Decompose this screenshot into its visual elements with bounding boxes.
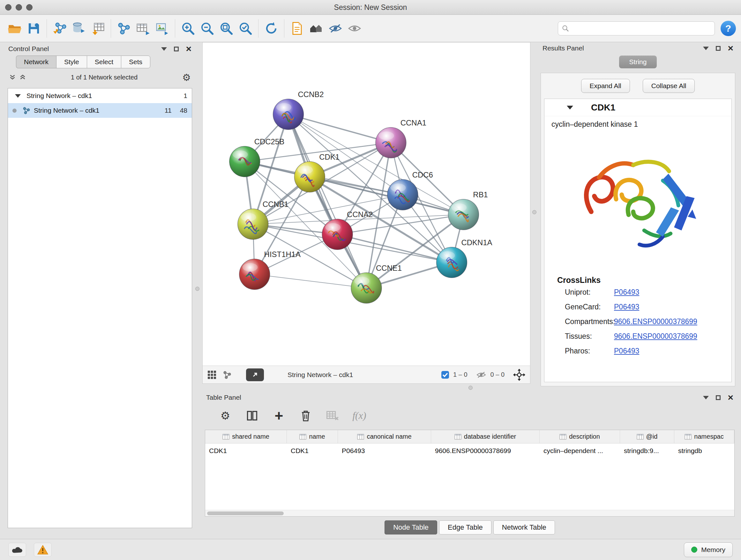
protein-description: cyclin–dependent kinase 1 (544, 116, 731, 129)
search-input[interactable] (571, 24, 711, 32)
crosslink-link[interactable]: P06493 (614, 347, 639, 355)
column-header[interactable]: description (540, 430, 620, 443)
crosslink-label: Tissues: (544, 332, 614, 341)
horizontal-scrollbar[interactable] (205, 510, 734, 516)
delete-table-button[interactable] (324, 408, 341, 424)
column-header[interactable]: @id (620, 430, 674, 443)
columns-icon (246, 409, 259, 422)
horizontal-splitter-handle[interactable] (468, 386, 473, 390)
expand-all-icon[interactable] (19, 74, 26, 81)
zoom-fit-button[interactable] (217, 18, 236, 39)
crosslink-link[interactable]: 9606.ENSP00000378699 (614, 317, 697, 326)
warning-button[interactable] (34, 543, 52, 557)
collapse-all-button[interactable]: Collapse All (643, 79, 695, 93)
panel-close-icon[interactable]: × (728, 393, 733, 402)
document-button[interactable] (287, 18, 307, 39)
tab-style[interactable]: Style (56, 56, 87, 68)
column-header[interactable]: shared name (205, 430, 287, 443)
window-minimize-button[interactable] (16, 4, 22, 10)
column-header[interactable]: canonical name (338, 430, 431, 443)
protein-card-header[interactable]: CDK1 (544, 99, 731, 116)
gear-icon[interactable]: ⚙ (182, 72, 191, 83)
collapse-all-icon[interactable] (9, 74, 16, 81)
disclosure-triangle-icon[interactable] (15, 94, 21, 98)
save-session-button[interactable] (24, 18, 44, 39)
zoom-selected-button[interactable] (236, 18, 255, 39)
function-builder-button[interactable]: f(x) (351, 408, 367, 424)
first-neighbors-button[interactable] (307, 18, 326, 39)
new-network-button[interactable] (114, 18, 133, 39)
selected-checkbox-icon[interactable] (441, 371, 449, 379)
network-icon (117, 21, 131, 36)
import-network-database-button[interactable] (69, 18, 88, 39)
hidden-eye-slash-icon[interactable] (476, 371, 487, 379)
network-collection-row[interactable]: String Network – cdk1 1 (8, 88, 192, 103)
network-title: String Network – cdk1 (287, 371, 353, 379)
houses-icon (309, 21, 324, 36)
zoom-out-button[interactable] (198, 18, 217, 39)
export-table-button[interactable] (133, 18, 152, 39)
panel-menu-icon[interactable] (703, 47, 709, 50)
vertical-splitter-handle[interactable] (532, 210, 536, 214)
tab-network[interactable]: Network (16, 56, 56, 68)
crosslink-link[interactable]: P06493 (614, 288, 639, 297)
string-tab[interactable]: String (619, 56, 657, 68)
zoom-in-button[interactable] (179, 18, 198, 39)
panel-menu-icon[interactable] (703, 396, 709, 399)
column-header[interactable]: namespac (674, 430, 734, 443)
window-zoom-button[interactable] (26, 4, 32, 10)
tab-sets[interactable]: Sets (121, 56, 150, 68)
collapse-triangle-icon[interactable] (567, 106, 573, 110)
node-count: 11 (165, 107, 172, 114)
tab-network-table[interactable]: Network Table (493, 520, 555, 535)
tab-node-table[interactable]: Node Table (385, 520, 437, 535)
import-table-button[interactable] (88, 18, 108, 39)
protein-structure-image (569, 137, 706, 265)
eye-slash-icon (328, 21, 343, 36)
add-column-button[interactable]: + (271, 408, 287, 424)
window-close-button[interactable] (5, 4, 11, 10)
open-in-new-button[interactable] (246, 368, 264, 381)
export-image-button[interactable] (152, 18, 172, 39)
cloud-button[interactable] (8, 543, 26, 557)
network-canvas[interactable]: CCNB2CCNA1CDC25BCDK1CDC6RB1CCNB1CCNA2CDK… (203, 43, 530, 366)
vertical-splitter-handle[interactable] (195, 287, 199, 291)
show-all-button[interactable] (345, 18, 364, 39)
tab-select[interactable]: Select (87, 56, 121, 68)
column-header[interactable]: name (287, 430, 338, 443)
tab-edge-table[interactable]: Edge Table (439, 520, 491, 535)
network-row-selected[interactable]: String Network – cdk1 11 48 (8, 103, 192, 118)
panel-float-icon[interactable] (716, 395, 721, 400)
panel-menu-icon[interactable] (161, 47, 167, 51)
zoom-in-icon (181, 21, 195, 36)
open-session-button[interactable] (5, 18, 24, 39)
crosslink-link[interactable]: P06493 (614, 303, 639, 311)
table-delete-icon (326, 409, 340, 422)
show-columns-button[interactable] (244, 408, 260, 424)
panel-close-icon[interactable]: × (728, 44, 733, 53)
main-toolbar: ? (0, 15, 741, 42)
control-panel: Control Panel × Network Style Select Set… (4, 43, 195, 537)
hide-selected-button[interactable] (326, 18, 345, 39)
search-box[interactable] (558, 21, 715, 36)
move-crosshair-icon[interactable] (513, 368, 526, 381)
column-header[interactable]: database identifier (431, 430, 540, 443)
memory-button[interactable]: Memory (684, 543, 733, 557)
panel-float-icon[interactable] (174, 47, 179, 51)
scrollbar-thumb[interactable] (207, 511, 284, 515)
refresh-view-button[interactable] (262, 18, 281, 39)
network-view-icon[interactable] (222, 370, 232, 380)
delete-column-button[interactable] (297, 408, 314, 424)
expand-all-button[interactable]: Expand All (581, 79, 630, 93)
help-button[interactable]: ? (721, 21, 736, 36)
table-settings-gear-icon[interactable]: ⚙ (217, 408, 233, 424)
import-network-file-button[interactable] (50, 18, 69, 39)
table-row[interactable]: CDK1 CDK1 P06493 9606.ENSP00000378699 cy… (205, 443, 734, 458)
crosslink-link[interactable]: 9606.ENSP00000378699 (614, 332, 697, 341)
panel-close-icon[interactable]: × (186, 44, 192, 54)
panel-float-icon[interactable] (716, 46, 721, 51)
toolbar-separator (47, 19, 47, 38)
node-table: shared name name canonical name database… (205, 430, 735, 516)
grid-view-icon[interactable] (207, 370, 217, 380)
collection-count: 1 (184, 92, 187, 100)
